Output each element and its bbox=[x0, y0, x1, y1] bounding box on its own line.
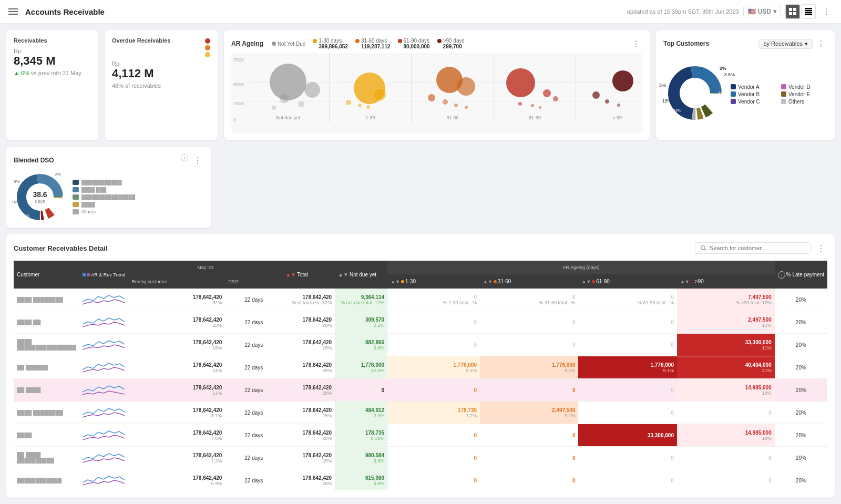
legend-1-30: 1-30 days 399,896,052 bbox=[313, 38, 348, 49]
rev-cell: 178,642,42032% bbox=[128, 289, 225, 311]
section-label-not-due: Not due yet bbox=[247, 115, 329, 120]
total-cell: 178,642,420% of total rev: 32% bbox=[282, 289, 335, 311]
blended-dso-donut: 38.6 days 2% 5% 18% 28% 48% bbox=[14, 171, 66, 223]
dso-label-18: 18% bbox=[12, 200, 20, 204]
flag-icon: 🇺🇸 bbox=[748, 8, 756, 15]
dso-cell: 22 days bbox=[225, 379, 282, 402]
top-customers-card: Top Customers by Receivables ▾ ⋮ bbox=[656, 30, 835, 140]
customer-name-cell: ██ ██████ bbox=[14, 356, 79, 379]
top-customers-filter[interactable]: by Receivables ▾ bbox=[758, 39, 813, 49]
ar-90plus-cell: 33,300,00011% bbox=[677, 334, 775, 356]
ar-90plus-cell: 0 bbox=[677, 447, 775, 469]
ar-1-30-cell: 0 bbox=[387, 311, 480, 334]
ar-31-60-cell: 0 bbox=[480, 447, 578, 469]
table-row: ████ ████████178,642,42032%22 days178,64… bbox=[14, 289, 827, 311]
blended-dso-menu-icon[interactable]: ⋮ bbox=[191, 154, 204, 167]
blended-dso-unit: days bbox=[33, 199, 47, 204]
not-due-cell: 9,364,114% not due total: 12% bbox=[335, 289, 387, 311]
ar-90plus-cell: 2,497,50011% bbox=[677, 311, 775, 334]
view-toggle bbox=[785, 4, 816, 19]
total-cell: 178,642,42028% bbox=[282, 469, 335, 491]
late-payment-info-icon[interactable]: i bbox=[778, 271, 785, 279]
receivables-title: Receivables bbox=[14, 37, 91, 44]
bubble-red-tiny1 bbox=[518, 102, 522, 106]
table-row: ████████████178,642,4206.9%22 days178,64… bbox=[14, 469, 827, 491]
sparkline-cell bbox=[79, 356, 128, 379]
rev-cell: 178,642,42028% bbox=[128, 311, 225, 334]
receivables-card: Receivables Rp 8,345 M ▲ 6% vs prev mth … bbox=[6, 30, 98, 140]
customer-name-cell: ████ ████████ bbox=[14, 402, 79, 424]
ar-1-30-cell: 0 bbox=[387, 447, 480, 469]
overdue-currency: Rp bbox=[112, 60, 210, 67]
ar-1-30-cell: 1,776,0009.1% bbox=[387, 356, 480, 379]
th-ar-rev-trend: AR & Rev Trend bbox=[79, 261, 128, 289]
legend-90plus: >90 days 299,700 bbox=[437, 38, 465, 49]
y-label-250k: 250K bbox=[233, 101, 244, 106]
rev-cell: 178,642,42011% bbox=[128, 379, 225, 402]
table-view-button[interactable] bbox=[801, 4, 816, 19]
customer-name-cell: ████ ████████ bbox=[14, 289, 79, 311]
th-rev-by-customer: Rev by customer bbox=[128, 274, 225, 289]
ar-90plus-cell: 7,497,500% >90 total: 12% bbox=[677, 289, 775, 311]
ar-90plus-cell: 0 bbox=[677, 402, 775, 424]
ar-1-30-cell: 0 bbox=[387, 379, 480, 402]
late-payment-cell: 20% bbox=[775, 334, 827, 356]
table-row: ████178,642,4207.6%22 days178,642,42028%… bbox=[14, 424, 827, 447]
table-row: ██ ████178,642,42011%22 days178,642,4202… bbox=[14, 379, 827, 402]
bubble-orange-small2 bbox=[443, 99, 448, 105]
bubble-red-small1 bbox=[543, 89, 551, 97]
not-due-cell: 309,5702.2% bbox=[335, 311, 387, 334]
blended-dso-info-icon[interactable]: i bbox=[181, 154, 188, 161]
ar-31-60-cell: 0 bbox=[480, 311, 578, 334]
top-customers-donut: 2% 3.6% 5% 18% 28% 48% bbox=[663, 61, 726, 125]
donut-label-18pct: 18% bbox=[662, 98, 672, 104]
svg-point-14 bbox=[680, 78, 710, 108]
bubble-yellow-tiny2 bbox=[358, 104, 362, 107]
bubble-red-small2 bbox=[553, 96, 558, 101]
search-box[interactable] bbox=[695, 242, 811, 254]
detail-title: Customer Receivables Detail bbox=[14, 244, 107, 252]
grid-view-button[interactable] bbox=[785, 4, 800, 19]
th-may23-group: May '23 bbox=[128, 261, 282, 274]
bubble-gray-medium bbox=[304, 82, 320, 98]
sparkline-cell bbox=[79, 334, 128, 356]
donut-label-36pct: 3.6% bbox=[724, 72, 735, 77]
legend-61-90: 61-90 days 80,000,000 bbox=[398, 38, 430, 49]
late-payment-cell: 20% bbox=[775, 289, 827, 311]
search-icon bbox=[701, 245, 706, 251]
menu-icon[interactable] bbox=[8, 6, 19, 17]
bubble-orange-medium bbox=[457, 77, 475, 96]
svg-rect-3 bbox=[793, 12, 796, 15]
search-input[interactable] bbox=[710, 245, 805, 251]
ar-aging-menu-icon[interactable]: ⋮ bbox=[630, 37, 642, 50]
detail-menu-icon[interactable]: ⋮ bbox=[815, 242, 827, 254]
donut-label-48pct: 48% bbox=[718, 90, 727, 96]
svg-line-22 bbox=[704, 249, 706, 251]
total-cell: 178,642,42028% bbox=[282, 334, 335, 356]
not-due-cell: 1,776,00012.8% bbox=[335, 356, 387, 379]
blended-dso-value: 38.6 bbox=[33, 190, 47, 199]
late-payment-cell: 20% bbox=[775, 356, 827, 379]
dso-label-28: 28% bbox=[21, 213, 29, 218]
table-row: ██ ████ ██████████178,642,4207.2%22 days… bbox=[14, 447, 827, 469]
total-cell: 178,642,42028% bbox=[282, 447, 335, 469]
header-menu-icon[interactable]: ⋮ bbox=[820, 5, 833, 18]
th-90plus: ▲▼ >90 bbox=[677, 274, 775, 289]
customer-table: Customer AR & Rev Trend May '23 bbox=[14, 261, 827, 490]
currency-selector[interactable]: 🇺🇸 USD ▾ bbox=[743, 6, 781, 17]
table-row: ████ ████████178,642,4208.1%22 days178,6… bbox=[14, 402, 827, 424]
svg-rect-0 bbox=[789, 8, 792, 11]
sparkline-cell bbox=[79, 379, 128, 402]
svg-rect-1 bbox=[793, 8, 796, 11]
ar-31-60-cell: 2,497,5009.1% bbox=[480, 402, 578, 424]
ar-61-90-cell: 33,300,000 bbox=[578, 424, 676, 447]
top-customers-menu-icon[interactable]: ⋮ bbox=[815, 37, 827, 50]
y-label-500k: 500K bbox=[233, 82, 244, 87]
header-left: Accounts Receivable bbox=[8, 6, 105, 17]
bubble-red-tiny2 bbox=[531, 104, 534, 107]
bubble-yellow-tiny1 bbox=[346, 100, 351, 105]
middle-row-spacer bbox=[218, 147, 835, 228]
not-due-cell: 0 bbox=[335, 379, 387, 402]
th-customer: Customer bbox=[14, 261, 79, 289]
ar-aging-chart: 750K 500K 250K 0 bbox=[231, 53, 642, 133]
